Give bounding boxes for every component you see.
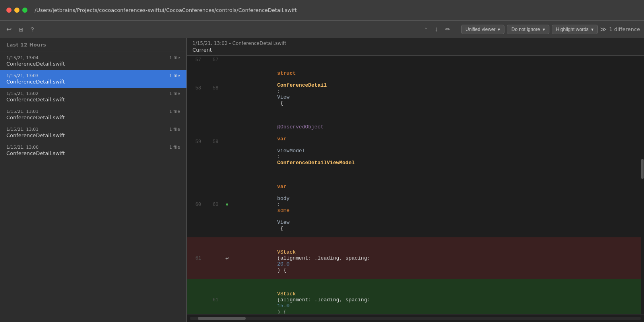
ignore-dropdown-label: Do not ignore [511, 27, 540, 32]
sidebar-item-5-time: 1/15/21, 13:00 [6, 145, 39, 150]
line-num-right: 61 [204, 279, 222, 314]
ignore-dropdown[interactable]: Do not ignore ▾ [507, 25, 549, 34]
sidebar-item-4[interactable]: 1/15/21, 13:01 1 file ConferenceDetail.s… [0, 124, 186, 142]
code-line: VStack (alignment: .leading, spacing: 20… [232, 237, 644, 279]
sidebar-item-5-count: 1 file [169, 145, 180, 150]
table-row-deleted: 61 ↩ VStack (alignment: .leading, spacin… [187, 237, 644, 279]
code-line: @ObservedObject var viewModel : Conferen… [232, 112, 644, 172]
maximize-button[interactable] [22, 8, 27, 13]
sidebar-item-2[interactable]: 1/15/21, 13:02 1 file ConferenceDetail.s… [0, 88, 186, 106]
horizontal-scrollbar-track[interactable] [190, 317, 641, 320]
minimize-button[interactable] [14, 8, 19, 13]
undo-button[interactable]: ↩ [4, 24, 14, 35]
vertical-scrollbar-thumb[interactable] [641, 159, 644, 179]
line-num-right: 59 [204, 112, 222, 172]
table-row: 58 58 struct ConferenceDetail : View { [187, 64, 644, 112]
sidebar-item-5-filename: ConferenceDetail.swift [6, 150, 180, 159]
save-button[interactable]: ⊞ [16, 25, 26, 34]
line-num-left: 61 [187, 237, 204, 279]
toolbar: ↩ ⊞ ? ↑ ↓ ✏ Unified viewer ▾ Do not igno… [0, 21, 644, 38]
code-table: 57 57 58 58 struct ConferenceDetail [187, 56, 644, 314]
line-num-right: 60 [204, 172, 222, 237]
gutter-cell: ● [222, 172, 232, 237]
line-num-left [187, 279, 204, 314]
gutter-cell [222, 112, 232, 172]
code-line: var body : some View { [232, 172, 644, 237]
line-num-left: 57 [187, 56, 204, 64]
main-area: Last 12 Hours 1/15/21, 13:04 1 file Conf… [0, 38, 644, 322]
highlight-dropdown[interactable]: Highlight words ▾ [552, 25, 598, 34]
line-num-left: 60 [187, 172, 204, 237]
window-title: /Users/jetbrains/Projects/cocoaconferenc… [35, 7, 297, 13]
table-row: 60 60 ● var body : some [187, 172, 644, 237]
highlight-dropdown-label: Highlight words [556, 27, 589, 32]
sidebar-item-0[interactable]: 1/15/21, 13:04 1 file ConferenceDetail.s… [0, 52, 186, 70]
ignore-dropdown-arrow: ▾ [543, 27, 545, 32]
code-line: struct ConferenceDetail : View { [232, 64, 644, 112]
sidebar-item-1-time: 1/15/21, 13:03 [6, 73, 39, 78]
line-num-left: 58 [187, 64, 204, 112]
vertical-scrollbar-track[interactable] [641, 56, 644, 314]
table-row: 57 57 [187, 56, 644, 64]
revert-icon[interactable]: ↩ [225, 255, 229, 262]
close-button[interactable] [6, 8, 12, 13]
help-button[interactable]: ? [28, 24, 36, 34]
gutter-cell [222, 56, 232, 64]
viewer-dropdown[interactable]: Unified viewer ▾ [461, 25, 504, 34]
gutter-change-icon: ● [225, 202, 229, 208]
sidebar-item-3-count: 1 file [169, 109, 180, 114]
sidebar-item-4-time: 1/15/21, 13:01 [6, 127, 39, 132]
sidebar-item-1-filename: ConferenceDetail.swift [6, 79, 180, 87]
traffic-lights [6, 8, 27, 13]
toolbar-divider [457, 25, 457, 34]
sidebar-item-2-time: 1/15/21, 13:02 [6, 91, 39, 96]
sidebar-item-2-filename: ConferenceDetail.swift [6, 97, 180, 105]
line-num-left: 59 [187, 112, 204, 172]
code-line [232, 56, 644, 64]
diff-arrows-icon: ≫ [600, 25, 607, 33]
line-num-right [204, 237, 222, 279]
edit-button[interactable]: ✏ [443, 24, 453, 35]
diff-count-area: ≫ 1 difference [600, 25, 640, 33]
sidebar: Last 12 Hours 1/15/21, 13:04 1 file Conf… [0, 38, 187, 322]
diff-count-label: 1 difference [609, 26, 640, 32]
code-header-current: Current [192, 47, 638, 53]
gutter-cell [222, 64, 232, 112]
sidebar-item-4-count: 1 file [169, 127, 180, 132]
viewer-dropdown-arrow: ▾ [498, 27, 500, 32]
code-content[interactable]: 57 57 58 58 struct ConferenceDetail [187, 56, 644, 314]
code-header-date: 1/15/21, 13:02 - ConferenceDetail.swift [192, 41, 638, 46]
code-header: 1/15/21, 13:02 - ConferenceDetail.swift … [187, 38, 644, 56]
highlight-dropdown-arrow: ▾ [591, 27, 594, 32]
sidebar-item-3-filename: ConferenceDetail.swift [6, 114, 180, 123]
table-row-inserted: 61 VStack (alignment: .leading, spacing:… [187, 279, 644, 314]
navigate-up-button[interactable]: ↑ [422, 24, 430, 35]
gutter-cell [222, 279, 232, 314]
code-area: 1/15/21, 13:02 - ConferenceDetail.swift … [187, 38, 644, 322]
line-num-right: 57 [204, 56, 222, 64]
gutter-cell: ↩ [222, 237, 232, 279]
sidebar-header: Last 12 Hours [0, 38, 186, 52]
sidebar-item-0-count: 1 file [169, 55, 180, 60]
sidebar-item-1-count: 1 file [169, 73, 180, 78]
viewer-dropdown-label: Unified viewer [466, 27, 495, 32]
title-bar: /Users/jetbrains/Projects/cocoaconferenc… [0, 0, 644, 21]
sidebar-item-3[interactable]: 1/15/21, 13:01 1 file ConferenceDetail.s… [0, 106, 186, 124]
sidebar-item-2-count: 1 file [169, 91, 180, 96]
code-line: VStack (alignment: .leading, spacing: 15… [232, 279, 644, 314]
horizontal-scrollbar-thumb[interactable] [198, 317, 246, 320]
sidebar-item-1[interactable]: 1/15/21, 13:03 1 file ConferenceDetail.s… [0, 70, 186, 88]
sidebar-item-5[interactable]: 1/15/21, 13:00 1 file ConferenceDetail.s… [0, 142, 186, 159]
sidebar-item-0-time: 1/15/21, 13:04 [6, 55, 39, 60]
sidebar-item-4-filename: ConferenceDetail.swift [6, 132, 180, 141]
table-row: 59 59 @ObservedObject var viewModel : [187, 112, 644, 172]
line-num-right: 58 [204, 64, 222, 112]
sidebar-item-0-filename: ConferenceDetail.swift [6, 61, 180, 69]
horizontal-scrollbar-area [187, 314, 644, 322]
sidebar-item-3-time: 1/15/21, 13:01 [6, 109, 39, 114]
navigate-down-button[interactable]: ↓ [433, 24, 441, 35]
